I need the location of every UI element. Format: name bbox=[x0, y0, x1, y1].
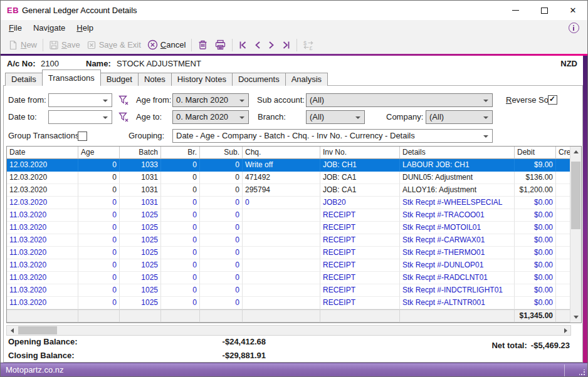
grid-cell-br[interactable]: 0 bbox=[161, 247, 200, 259]
grid-cell-inv[interactable]: RECEIPT bbox=[320, 234, 400, 247]
grid-cell-chq[interactable] bbox=[243, 272, 320, 284]
grid-cell-sub[interactable]: 0 bbox=[200, 234, 243, 247]
age-to-combobox[interactable]: 0. March 2020 bbox=[172, 110, 249, 124]
grid-cell-inv[interactable]: JOB: CH1 bbox=[320, 159, 400, 172]
grid-cell-age[interactable]: 0 bbox=[78, 247, 120, 259]
save-button[interactable]: Save bbox=[46, 39, 83, 51]
menu-file[interactable]: File bbox=[3, 21, 28, 34]
grid-cell-batch[interactable]: 1025 bbox=[120, 272, 161, 284]
grid-cell-details[interactable]: Stk Recpt #-MOTOIL01 bbox=[400, 222, 515, 234]
grid-cell-inv[interactable]: RECEIPT bbox=[320, 284, 400, 297]
grid-col-inv[interactable]: Inv No. bbox=[320, 147, 400, 159]
grid-cell-br[interactable]: 0 bbox=[161, 172, 200, 184]
grid-cell-batch[interactable]: 1025 bbox=[120, 222, 161, 234]
date-from-filter-icon[interactable] bbox=[118, 95, 129, 106]
grid-cell-inv[interactable]: JOB20 bbox=[320, 197, 400, 209]
grid-cell-details[interactable]: Stk Recpt #-INDCTRLIGHT01 bbox=[400, 284, 515, 297]
info-icon[interactable] bbox=[569, 23, 579, 33]
grid-cell-sub[interactable]: 0 bbox=[200, 209, 243, 222]
grid-cell-sub[interactable]: 0 bbox=[200, 172, 243, 184]
grid-cell-batch[interactable]: 1025 bbox=[120, 209, 161, 222]
date-to-filter-icon[interactable] bbox=[118, 111, 129, 123]
grid-cell-inv[interactable]: JOB: CA1 bbox=[320, 172, 400, 184]
group-transactions-checkbox[interactable] bbox=[78, 132, 87, 141]
first-record-button[interactable] bbox=[235, 39, 251, 51]
grid-cell-br[interactable]: 0 bbox=[161, 159, 200, 172]
grid-cell-age[interactable]: 0 bbox=[78, 209, 120, 222]
grid-cell-sub[interactable]: 0 bbox=[200, 197, 243, 209]
grid-cell-details[interactable]: Stk Recpt #-ALTNTR001 bbox=[400, 297, 515, 309]
grid-cell-age[interactable]: 0 bbox=[78, 234, 120, 247]
grid-cell-inv[interactable]: JOB: CA1 bbox=[320, 184, 400, 197]
grid-cell-br[interactable]: 0 bbox=[161, 272, 200, 284]
new-button[interactable]: New bbox=[5, 39, 40, 51]
grid-row[interactable]: 12.03.202001031000JOB20Stk Recpt #-WHEEL… bbox=[7, 197, 570, 209]
grid-cell-date[interactable]: 12.03.2020 bbox=[7, 172, 78, 184]
grid-cell-br[interactable]: 0 bbox=[161, 222, 200, 234]
grid-cell-age[interactable]: 0 bbox=[78, 222, 120, 234]
menu-help[interactable]: Help bbox=[71, 21, 99, 34]
grid-cell-inv[interactable]: RECEIPT bbox=[320, 247, 400, 259]
tab-budget[interactable]: Budget bbox=[100, 73, 139, 86]
grid-cell-batch[interactable]: 1031 bbox=[120, 197, 161, 209]
grid-cell-sub[interactable]: 0 bbox=[200, 297, 243, 309]
grid-cell-br[interactable]: 0 bbox=[161, 259, 200, 272]
grid-cell-chq[interactable] bbox=[243, 297, 320, 309]
grid-cell-chq[interactable] bbox=[243, 222, 320, 234]
vertical-scrollbar-thumb[interactable] bbox=[571, 162, 580, 229]
grid-row[interactable]: 11.03.20200102500RECEIPTStk Recpt #-ALTN… bbox=[7, 297, 570, 309]
save-exit-button[interactable]: Save & Exit bbox=[83, 39, 144, 51]
grid-cell-cred[interactable] bbox=[556, 172, 570, 184]
grid-cell-batch[interactable]: 1025 bbox=[120, 297, 161, 309]
close-button[interactable]: ✕ bbox=[559, 1, 587, 20]
grid-col-cred[interactable]: Credit bbox=[556, 147, 570, 159]
grid-cell-details[interactable]: Stk Recpt #-RADCLNT01 bbox=[400, 272, 515, 284]
tab-documents[interactable]: Documents bbox=[232, 73, 286, 86]
grid-cell-cred[interactable] bbox=[556, 272, 570, 284]
grid-cell-inv[interactable]: RECEIPT bbox=[320, 272, 400, 284]
grid-cell-details[interactable]: ALLOY16: Adjustment bbox=[400, 184, 515, 197]
grid-cell-date[interactable]: 12.03.2020 bbox=[7, 159, 78, 172]
grid-cell-sub[interactable]: 0 bbox=[200, 184, 243, 197]
grid-cell-cred[interactable] bbox=[556, 284, 570, 297]
grid-row[interactable]: 11.03.20200102500RECEIPTStk Recpt #-MOTO… bbox=[7, 222, 570, 234]
grid-cell-batch[interactable]: 1031 bbox=[120, 184, 161, 197]
grid-cell-age[interactable]: 0 bbox=[78, 259, 120, 272]
delete-button[interactable] bbox=[194, 38, 211, 51]
grid-cell-br[interactable]: 0 bbox=[161, 297, 200, 309]
cancel-button[interactable]: Cancel bbox=[144, 38, 189, 51]
grid-cell-debit[interactable]: $1,200.00 bbox=[515, 184, 556, 197]
branch-combobox[interactable]: (All) bbox=[306, 110, 365, 124]
grid-cell-age[interactable]: 0 bbox=[78, 197, 120, 209]
grid-cell-sub[interactable]: 0 bbox=[200, 259, 243, 272]
tab-transactions[interactable]: Transactions bbox=[42, 70, 101, 86]
grid-cell-debit[interactable]: $0.00 bbox=[515, 247, 556, 259]
grid-cell-debit[interactable]: $0.00 bbox=[515, 272, 556, 284]
grid-cell-chq[interactable] bbox=[243, 284, 320, 297]
grid-cell-debit[interactable]: $136.00 bbox=[515, 172, 556, 184]
scroll-down-icon[interactable] bbox=[570, 312, 581, 323]
scroll-left-icon[interactable] bbox=[7, 326, 17, 335]
grid-cell-br[interactable]: 0 bbox=[161, 209, 200, 222]
grid-cell-date[interactable]: 11.03.2020 bbox=[7, 284, 78, 297]
grid-cell-chq[interactable] bbox=[243, 234, 320, 247]
grid-col-debit[interactable]: Debit bbox=[515, 147, 556, 159]
grid-cell-age[interactable]: 0 bbox=[78, 284, 120, 297]
grid-cell-debit[interactable]: $0.00 bbox=[515, 259, 556, 272]
grid-cell-chq[interactable]: 471492 bbox=[243, 172, 320, 184]
grid-cell-chq[interactable]: 0 bbox=[243, 197, 320, 209]
grid-cell-details[interactable]: Stk Recpt #-DUNLOP01 bbox=[400, 259, 515, 272]
next-record-button[interactable] bbox=[265, 39, 278, 51]
grid-row[interactable]: 12.03.20200103300Write offJOB: CH1LABOUR… bbox=[7, 159, 570, 172]
grid-col-br[interactable]: Br. bbox=[161, 147, 200, 159]
grid-cell-chq[interactable] bbox=[243, 209, 320, 222]
grid-row[interactable]: 11.03.20200102500RECEIPTStk Recpt #-TRAC… bbox=[7, 209, 570, 222]
horizontal-scrollbar-thumb[interactable] bbox=[18, 326, 57, 334]
grid-cell-br[interactable]: 0 bbox=[161, 284, 200, 297]
grid-col-age[interactable]: Age bbox=[78, 147, 120, 159]
grid-cell-date[interactable]: 11.03.2020 bbox=[7, 272, 78, 284]
grid-cell-cred[interactable] bbox=[556, 259, 570, 272]
tab-analysis[interactable]: Analysis bbox=[285, 73, 328, 86]
grid-col-chq[interactable]: Chq. bbox=[243, 147, 320, 159]
company-combobox[interactable]: (All) bbox=[426, 110, 493, 124]
